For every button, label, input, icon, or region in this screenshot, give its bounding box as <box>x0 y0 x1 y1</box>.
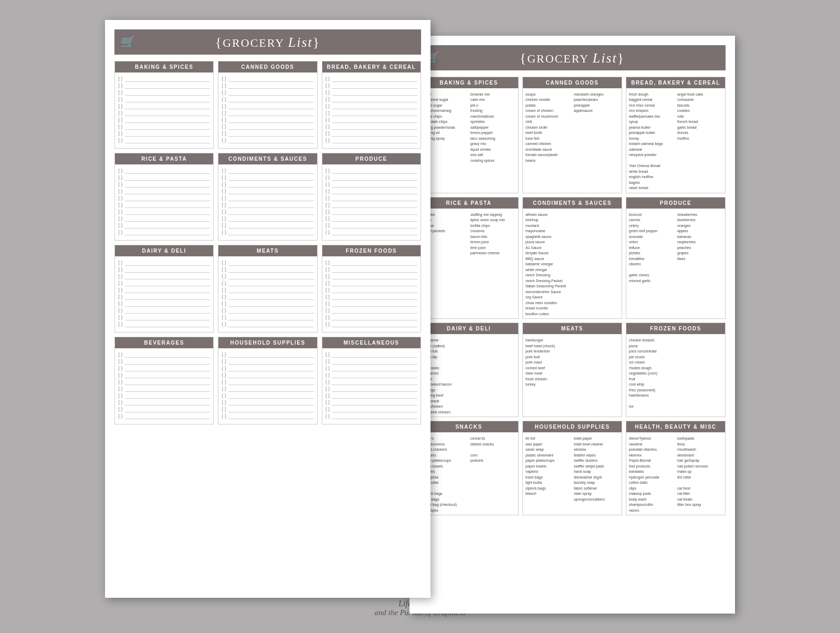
rice-lines: { } { } { } { } { } { } { } { } { } { } <box>115 167 213 240</box>
back-bread-header: BREAD, BAKERY & CEREAL <box>626 77 725 88</box>
front-title-text: {GROCERY List} <box>215 36 321 49</box>
section-canned: CANNED GOODS { } { } { } { } { } { } { }… <box>218 61 317 149</box>
canned-header: CANNED GOODS <box>218 61 317 72</box>
back-snacks-col2: cereal itsdebbie snacks cornpretzels <box>470 436 516 513</box>
back-health-text: Aleve/Tylenolvaselineprenatal vitaminskl… <box>626 434 725 515</box>
back-card: 🛒 {GROCERY List} BAKING & SPICES sugarpo… <box>410 36 735 614</box>
baking-lines: { } { } { } { } { } { } { } { } { } { } <box>115 75 213 148</box>
section-household: HOUSEHOLD SUPPLIES { } { } { } { } { } {… <box>218 337 317 424</box>
section-bread: BREAD, BAKERY & CEREAL { } { } { } { } {… <box>322 61 421 149</box>
back-bread-col1: fresh doughbagged cerealrice chex cereal… <box>629 92 674 191</box>
back-rice-header: RICE & PASTA <box>419 198 518 209</box>
back-produce-col2: strawberriesblueberriesorangesapplesbana… <box>677 212 722 284</box>
household-lines: { } { } { } { } { } { } { } { } { } { } <box>218 350 317 424</box>
back-household-col1: tin foilwax papersaran wrapplastic silve… <box>526 436 571 502</box>
beverages-header: BEVERAGES <box>115 337 213 348</box>
back-health: HEALTH, BEAUTY & MISC Aleve/Tylenolvasel… <box>626 421 726 515</box>
rice-header: RICE & PASTA <box>115 153 213 164</box>
back-condiments-text: alfredo sauceketchupmustardmayonnaisespa… <box>523 211 622 319</box>
back-frozen: FROZEN FOODS chicken breastspizzajuice c… <box>626 323 726 417</box>
back-snacks: SNACKS reese'scookies/oreoslemon cracker… <box>419 421 519 515</box>
back-title-bar: 🛒 {GROCERY List} <box>419 45 726 70</box>
back-household-col2: toilet papertoilet bowl cleanerwindowfea… <box>574 436 619 502</box>
back-produce-text: broccolicarrotscelerygreen bell pepperav… <box>626 211 725 286</box>
misc-lines: { } { } { } { } { } { } { } { } { } { } <box>322 350 421 424</box>
back-household: HOUSEHOLD SUPPLIES tin foilwax papersara… <box>522 421 622 515</box>
section-produce: PRODUCE { } { } { } { } { } { } { } { } … <box>322 153 421 241</box>
section-beverages: BEVERAGES { } { } { } { } { } { } { } { … <box>114 337 214 424</box>
back-household-text: tin foilwax papersaran wrapplastic silve… <box>523 434 622 504</box>
produce-header: PRODUCE <box>322 153 421 164</box>
back-baking-header: BAKING & SPICES <box>419 77 518 88</box>
back-row1: BAKING & SPICES sugarpowdered sugarbrown… <box>419 77 726 193</box>
section-condiments: CONDIMENTS & SAUCES { } { } { } { } { } … <box>218 153 317 241</box>
front-sections-grid: BAKING & SPICES { } { } { } { } { } { } … <box>114 61 421 424</box>
frozen-lines: { } { } { } { } { } { } { } { } { } { } <box>322 258 421 332</box>
back-rice-col2: stuffing mix toppinglipton onion soup mi… <box>470 212 516 256</box>
bread-header: BREAD, BAKERY & CEREAL <box>322 61 421 72</box>
back-household-header: HOUSEHOLD SUPPLIES <box>523 421 622 432</box>
back-row2: RICE & PASTA noodlespastacheesebread pac… <box>419 197 726 319</box>
dairy-lines: { } { } { } { } { } { } { } { } { } { } <box>115 258 213 332</box>
back-meats-header: MEATS <box>523 323 622 334</box>
front-title-bar: 🛒 {GROCERY List} <box>114 29 421 55</box>
back-baking: BAKING & SPICES sugarpowdered sugarbrown… <box>419 77 519 193</box>
back-rice: RICE & PASTA noodlespastacheesebread pac… <box>419 197 519 319</box>
section-frozen: FROZEN FOODS { } { } { } { } { } { } { }… <box>322 245 421 333</box>
back-baking-text: sugarpowdered sugarbrown sugarcinnamon/n… <box>419 90 518 165</box>
back-canned-header: CANNED GOODS <box>523 77 622 88</box>
back-row3: DAIRY & DELI margarinebutter (salted)but… <box>419 323 726 417</box>
back-rice-text: noodlespastacheesebread packets stuffing… <box>419 211 518 258</box>
section-misc: MISCELLANEOUS { } { } { } { } { } { } { … <box>322 337 421 424</box>
back-row4: SNACKS reese'scookies/oreoslemon cracker… <box>419 421 726 515</box>
bread-lines: { } { } { } { } { } { } { } { } { } { } <box>322 75 421 148</box>
cart-icon: 🛒 <box>121 35 135 49</box>
back-baking-col2: brownie mixcake mixjell-ofrostingmarshma… <box>470 92 516 164</box>
back-dairy: DAIRY & DELI margarinebutter (salted)but… <box>419 323 519 417</box>
back-dairy-header: DAIRY & DELI <box>419 323 518 334</box>
back-snacks-header: SNACKS <box>419 421 518 432</box>
back-condiments-col1: alfredo sauceketchupmustardmayonnaisespa… <box>526 212 619 317</box>
back-dairy-col1: margarinebutter (salted)butter tubranch … <box>422 338 516 415</box>
meats-header: MEATS <box>218 245 317 256</box>
meats-lines: { } { } { } { } { } { } { } { } { } { } <box>218 258 317 332</box>
back-condiments-header: CONDIMENTS & SAUCES <box>523 198 622 209</box>
back-canned: CANNED GOODS soups:chicken noodlepotatoc… <box>522 77 622 193</box>
section-baking: BAKING & SPICES { } { } { } { } { } { } … <box>114 61 214 149</box>
back-canned-text: soups:chicken noodlepotatocream of chick… <box>523 90 622 165</box>
back-bread-col2: angel food cakecroissantsbiscuitscookies… <box>677 92 722 191</box>
back-meats-col1: hamburgerbeef roast (chuck)pork tenderlo… <box>526 338 619 388</box>
back-canned-col2: mandarin orangespeaches/pearspineappleap… <box>574 92 619 164</box>
back-title-text: {GROCERY List} <box>520 52 625 65</box>
back-canned-col1: soups:chicken noodlepotatocream of chick… <box>526 92 571 164</box>
dairy-header: DAIRY & DELI <box>115 245 213 256</box>
condiments-header: CONDIMENTS & SAUCES <box>218 153 317 164</box>
household-header: HOUSEHOLD SUPPLIES <box>218 337 317 348</box>
back-snacks-text: reese'scookies/oreoslemon crackerscracke… <box>419 434 518 515</box>
section-dairy: DAIRY & DELI { } { } { } { } { } { } { }… <box>114 245 214 333</box>
back-produce-col1: broccolicarrotscelerygreen bell pepperav… <box>629 212 674 284</box>
baking-header: BAKING & SPICES <box>115 61 213 72</box>
section-meats: MEATS { } { } { } { } { } { } { } { } { … <box>218 245 317 333</box>
back-frozen-text: chicken breastspizzajuice concentratepie… <box>626 336 725 411</box>
back-health-col1: Aleve/Tylenolvaselineprenatal vitaminskl… <box>629 436 674 513</box>
page-wrapper: 🛒 {GROCERY List} BAKING & SPICES { } { }… <box>105 20 735 614</box>
section-rice: RICE & PASTA { } { } { } { } { } { } { }… <box>114 153 214 241</box>
back-frozen-col1: chicken breastspizzajuice concentratepie… <box>629 338 722 410</box>
produce-lines: { } { } { } { } { } { } { } { } { } { } <box>322 167 421 240</box>
back-dairy-text: margarinebutter (salted)butter tubranch … <box>419 336 518 417</box>
front-card: 🛒 {GROCERY List} BAKING & SPICES { } { }… <box>105 20 430 598</box>
back-health-header: HEALTH, BEAUTY & MISC <box>626 421 725 432</box>
condiments-lines: { } { } { } { } { } { } { } { } { } { } <box>218 167 317 240</box>
back-health-col2: toothpasteflossmouthwashdeodoranthair ge… <box>677 436 722 513</box>
misc-header: MISCELLANEOUS <box>322 337 421 348</box>
frozen-header: FROZEN FOODS <box>322 245 421 256</box>
back-bread-text: fresh doughbagged cerealrice chex cereal… <box>626 90 725 193</box>
back-produce: PRODUCE broccolicarrotscelerygreen bell … <box>626 197 726 319</box>
back-produce-header: PRODUCE <box>626 198 725 209</box>
canned-lines: { } { } { } { } { } { } { } { } { } { } <box>218 75 317 148</box>
back-bread: BREAD, BAKERY & CEREAL fresh doughbagged… <box>626 77 726 193</box>
back-frozen-header: FROZEN FOODS <box>626 323 725 334</box>
back-condiments: CONDIMENTS & SAUCES alfredo sauceketchup… <box>522 197 622 319</box>
back-meats: MEATS hamburgerbeef roast (chuck)pork te… <box>522 323 622 417</box>
